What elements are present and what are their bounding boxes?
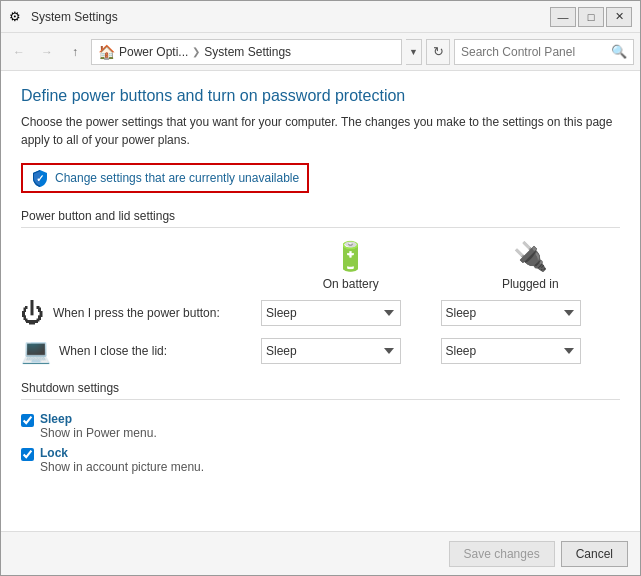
breadcrumb-systemsettings: System Settings: [204, 45, 291, 59]
title-controls: — □ ✕: [550, 7, 632, 27]
power-button-row: ⏻ When I press the power button: Do noth…: [21, 299, 620, 327]
content-area: Define power buttons and turn on passwor…: [1, 71, 640, 531]
cancel-button[interactable]: Cancel: [561, 541, 628, 567]
lid-label: 💻 When I close the lid:: [21, 337, 261, 365]
search-box: 🔍: [454, 39, 634, 65]
power-button-label: ⏻ When I press the power button:: [21, 299, 261, 327]
power-plugged-dropdown-container: Do nothing Sleep Hibernate Shut down Tur…: [441, 300, 621, 326]
sleep-title: Sleep: [40, 412, 157, 426]
plug-icon: 🔌: [513, 240, 548, 273]
power-battery-select[interactable]: Do nothing Sleep Hibernate Shut down Tur…: [261, 300, 401, 326]
lid-plugged-dropdown-container: Do nothing Sleep Hibernate Shut down Tur…: [441, 338, 621, 364]
battery-icon: 🔋: [333, 240, 368, 273]
sleep-shutdown-item: Sleep Show in Power menu.: [21, 412, 620, 440]
shield-icon: ✓: [31, 169, 49, 187]
lid-battery-select[interactable]: Do nothing Sleep Hibernate Shut down Tur…: [261, 338, 401, 364]
footer: Save changes Cancel: [1, 531, 640, 575]
save-changes-button[interactable]: Save changes: [449, 541, 555, 567]
window-title: System Settings: [31, 10, 550, 24]
lid-battery-dropdown-container: Do nothing Sleep Hibernate Shut down Tur…: [261, 338, 441, 364]
plugged-in-header: 🔌 Plugged in: [441, 240, 621, 291]
shutdown-section-header: Shutdown settings: [21, 381, 620, 400]
back-button[interactable]: ←: [7, 40, 31, 64]
minimize-button[interactable]: —: [550, 7, 576, 27]
on-battery-label: On battery: [323, 277, 379, 291]
power-button-section-header: Power button and lid settings: [21, 209, 620, 228]
page-description: Choose the power settings that you want …: [21, 113, 620, 149]
lock-description: Show in account picture menu.: [40, 460, 204, 474]
close-button[interactable]: ✕: [606, 7, 632, 27]
lock-title: Lock: [40, 446, 204, 460]
breadcrumb-poweropt: Power Opti...: [119, 45, 188, 59]
page-title: Define power buttons and turn on passwor…: [21, 87, 620, 105]
lock-shutdown-item: Lock Show in account picture menu.: [21, 446, 620, 474]
lock-checkbox[interactable]: [21, 448, 34, 461]
power-plugged-select[interactable]: Do nothing Sleep Hibernate Shut down Tur…: [441, 300, 581, 326]
search-icon[interactable]: 🔍: [611, 44, 627, 59]
plugged-in-label: Plugged in: [502, 277, 559, 291]
power-button-text: When I press the power button:: [53, 306, 220, 320]
breadcrumb-chevron1: ❯: [192, 46, 200, 57]
power-battery-dropdown-container: Do nothing Sleep Hibernate Shut down Tur…: [261, 300, 441, 326]
sleep-item-text: Sleep Show in Power menu.: [40, 412, 157, 440]
svg-text:✓: ✓: [36, 173, 44, 184]
path-icon: 🏠: [98, 44, 115, 60]
change-settings-button[interactable]: ✓ Change settings that are currently una…: [21, 163, 309, 193]
lid-icon: 💻: [21, 337, 51, 365]
on-battery-header: 🔋 On battery: [261, 240, 441, 291]
power-icon: ⏻: [21, 299, 45, 327]
lid-plugged-select[interactable]: Do nothing Sleep Hibernate Shut down Tur…: [441, 338, 581, 364]
lid-row: 💻 When I close the lid: Do nothing Sleep…: [21, 337, 620, 365]
power-table: 🔋 On battery 🔌 Plugged in ⏻ When I press…: [21, 240, 620, 365]
search-input[interactable]: [461, 45, 607, 59]
lid-text: When I close the lid:: [59, 344, 167, 358]
change-settings-label: Change settings that are currently unava…: [55, 171, 299, 185]
power-table-header: 🔋 On battery 🔌 Plugged in: [21, 240, 620, 291]
maximize-button[interactable]: □: [578, 7, 604, 27]
window: ⚙ System Settings — □ ✕ ← → ↑ 🏠 Power Op…: [0, 0, 641, 576]
lock-item-text: Lock Show in account picture menu.: [40, 446, 204, 474]
title-bar: ⚙ System Settings — □ ✕: [1, 1, 640, 33]
forward-button[interactable]: →: [35, 40, 59, 64]
sleep-description: Show in Power menu.: [40, 426, 157, 440]
address-dropdown[interactable]: ▼: [406, 39, 422, 65]
up-button[interactable]: ↑: [63, 40, 87, 64]
refresh-button[interactable]: ↻: [426, 39, 450, 65]
sleep-checkbox[interactable]: [21, 414, 34, 427]
shutdown-section: Shutdown settings Sleep Show in Power me…: [21, 381, 620, 474]
address-bar: ← → ↑ 🏠 Power Opti... ❯ System Settings …: [1, 33, 640, 71]
address-path: 🏠 Power Opti... ❯ System Settings: [91, 39, 402, 65]
window-icon: ⚙: [9, 9, 25, 25]
